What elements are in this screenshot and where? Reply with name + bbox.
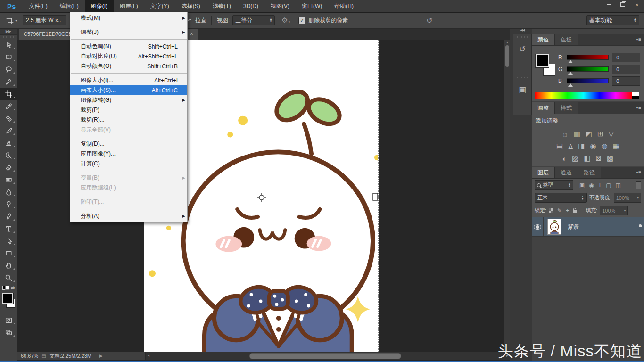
scroll-up-icon[interactable]: ▲ — [504, 40, 510, 44]
menu-item-calculations[interactable]: 计算(C)... — [70, 159, 187, 169]
lock-position-icon[interactable]: + — [566, 207, 569, 214]
minimize-button[interactable] — [602, 0, 616, 9]
layer-thumbnail[interactable] — [547, 219, 561, 235]
zoom-tool-icon[interactable] — [0, 272, 17, 284]
menu-window[interactable]: 窗口(W) — [296, 0, 328, 12]
menu-item-mode[interactable]: 模式(M) ▶ — [70, 13, 187, 23]
tab-swatches[interactable]: 色板 — [555, 34, 578, 45]
color-panel-menu-icon[interactable]: ▾≡ — [636, 37, 641, 42]
menu-item-variables[interactable]: 变量(B) ▶ — [70, 173, 187, 183]
lock-pixels-icon[interactable]: ✎ — [557, 207, 562, 214]
menu-item-apply-image[interactable]: 应用图像(Y)... — [70, 149, 187, 159]
quick-mask-mode-icon[interactable] — [0, 314, 17, 326]
horizontal-scroll-thumb[interactable] — [249, 353, 401, 359]
gradient-map-icon[interactable]: ⊠ — [595, 154, 602, 163]
restore-button[interactable] — [616, 0, 630, 9]
scroll-right-icon[interactable]: ▸ — [506, 354, 508, 358]
menu-item-apply-data-set[interactable]: 应用数据组(L)... — [70, 183, 187, 193]
crop-preset-box[interactable]: 2.5 厘米 W x.. — [23, 15, 66, 25]
path-selection-tool-icon[interactable] — [0, 235, 17, 247]
curves-icon[interactable]: ◩ — [586, 130, 592, 138]
layer-visibility-toggle[interactable] — [532, 217, 544, 236]
filter-toggle[interactable] — [636, 181, 641, 189]
menu-item-duplicate[interactable]: 复制(D)... — [70, 139, 187, 149]
adjustments-panel-menu-icon[interactable]: ▾≡ — [636, 105, 641, 110]
vibrance-icon[interactable]: ▽ — [609, 130, 614, 138]
menu-item-canvas-size[interactable]: 画布大小(S)... Alt+Ctrl+C — [70, 85, 187, 95]
selective-color-icon[interactable]: ▩ — [607, 154, 613, 163]
brush-tool-icon[interactable] — [0, 124, 17, 137]
layer-filter-select[interactable]: 类型 ▲▼ — [535, 180, 573, 190]
layers-panel-menu-icon[interactable]: ▾≡ — [636, 170, 641, 175]
gradient-tool-icon[interactable] — [0, 173, 17, 186]
crop-options-caret-icon[interactable]: ▾ — [15, 18, 17, 23]
brightness-contrast-icon[interactable]: ☼ — [562, 130, 569, 138]
menu-item-auto-contrast[interactable]: 自动对比度(U) Alt+Shift+Ctrl+L — [70, 51, 187, 61]
move-tool-icon[interactable] — [0, 39, 17, 51]
quick-selection-tool-icon[interactable] — [0, 75, 17, 88]
crop-tool-icon[interactable] — [0, 88, 17, 100]
tab-adjustments[interactable]: 调整 — [532, 102, 555, 114]
menu-item-trim[interactable]: 裁切(R)... — [70, 115, 187, 125]
menu-edit[interactable]: 编辑(E) — [54, 0, 85, 12]
tab-color[interactable]: 颜色 — [532, 34, 555, 45]
menu-image[interactable]: 图像(I) — [85, 0, 114, 12]
threshold-icon[interactable]: ◧ — [584, 154, 590, 163]
lock-transparency-icon[interactable] — [549, 208, 553, 213]
opacity-value[interactable]: 100% ▾ — [614, 193, 641, 203]
filter-type-layers-icon[interactable]: T — [598, 182, 602, 189]
vertical-scrollbar[interactable]: ▲ — [504, 40, 510, 352]
lasso-tool-icon[interactable] — [0, 63, 17, 75]
filter-shape-layers-icon[interactable]: ▢ — [606, 182, 611, 189]
workspace-switcher[interactable]: 基本功能 ▲▼ — [586, 15, 639, 25]
crop-overlay-select[interactable]: 三等分 ▲▼ — [232, 15, 275, 25]
menu-item-image-size[interactable]: 图像大小(I)... Alt+Ctrl+I — [70, 75, 187, 85]
filter-smart-objects-icon[interactable]: ◫ — [616, 182, 621, 189]
menu-filter[interactable]: 滤镜(T) — [206, 0, 237, 12]
status-expand-icon[interactable]: ▶ — [99, 354, 103, 358]
layer-row-background[interactable]: 背景 — [532, 217, 644, 237]
menu-item-crop[interactable]: 裁剪(P) — [70, 105, 187, 115]
history-brush-tool-icon[interactable] — [0, 149, 17, 161]
tab-layers[interactable]: 图层 — [532, 167, 555, 178]
filter-adjustment-layers-icon[interactable]: ◉ — [589, 182, 594, 189]
channel-mixer-icon[interactable]: ◍ — [602, 142, 608, 150]
menu-item-analysis[interactable]: 分析(A) ▶ — [70, 211, 187, 221]
crop-tool-options-icon[interactable] — [6, 16, 14, 25]
color-balance-icon[interactable]: Δ — [568, 142, 573, 150]
exposure-icon[interactable]: ⊞ — [597, 130, 603, 138]
crop-settings-gear-icon[interactable]: ⚙ — [281, 16, 288, 25]
tab-channels[interactable]: 通道 — [555, 167, 578, 178]
levels-icon[interactable]: ▥ — [574, 130, 580, 138]
menu-file[interactable]: 文件(F) — [23, 0, 53, 12]
swap-colors-icon[interactable]: ⇄ — [11, 285, 15, 290]
menu-view[interactable]: 视图(V) — [264, 0, 296, 12]
close-button[interactable]: × — [630, 0, 644, 9]
invert-icon[interactable]: ◐ — [562, 155, 567, 163]
reset-tool-icon[interactable]: ↺ — [426, 16, 432, 25]
color-spectrum-bar[interactable] — [535, 92, 639, 99]
properties-panel-icon[interactable]: ▣ — [513, 74, 532, 115]
posterize-icon[interactable]: ▨ — [572, 154, 578, 163]
black-white-icon[interactable]: ◨ — [578, 142, 585, 150]
clone-stamp-tool-icon[interactable] — [0, 137, 17, 149]
menu-item-auto-color[interactable]: 自动颜色(O) Shift+Ctrl+B — [70, 61, 187, 71]
screen-mode-icon[interactable] — [0, 326, 17, 338]
default-colors-icon[interactable] — [2, 283, 9, 292]
foreground-color-swatch[interactable] — [2, 293, 13, 304]
menu-item-auto-tone[interactable]: 自动色调(N) Shift+Ctrl+L — [70, 41, 187, 51]
menu-item-reveal-all[interactable]: 显示全部(V) — [70, 125, 187, 135]
horizontal-scrollbar[interactable]: ◂ ▸ — [145, 352, 510, 360]
menu-item-adjustments[interactable]: 调整(J) ▶ — [70, 27, 187, 37]
blur-tool-icon[interactable] — [0, 186, 17, 198]
straighten-button[interactable]: 拉直 — [195, 16, 206, 25]
type-tool-icon[interactable] — [0, 222, 17, 235]
blend-mode-select[interactable]: 正常 ▲▼ — [535, 193, 587, 203]
hand-tool-icon[interactable] — [0, 259, 17, 272]
dock-collapse-icon[interactable]: ◀◀ — [513, 28, 532, 34]
pen-tool-icon[interactable] — [0, 210, 17, 222]
menu-help[interactable]: 帮助(H) — [328, 0, 360, 12]
menu-type[interactable]: 文字(Y) — [144, 0, 175, 12]
vertical-scroll-thumb[interactable] — [505, 45, 509, 67]
menu-3d[interactable]: 3D(D) — [237, 0, 264, 12]
